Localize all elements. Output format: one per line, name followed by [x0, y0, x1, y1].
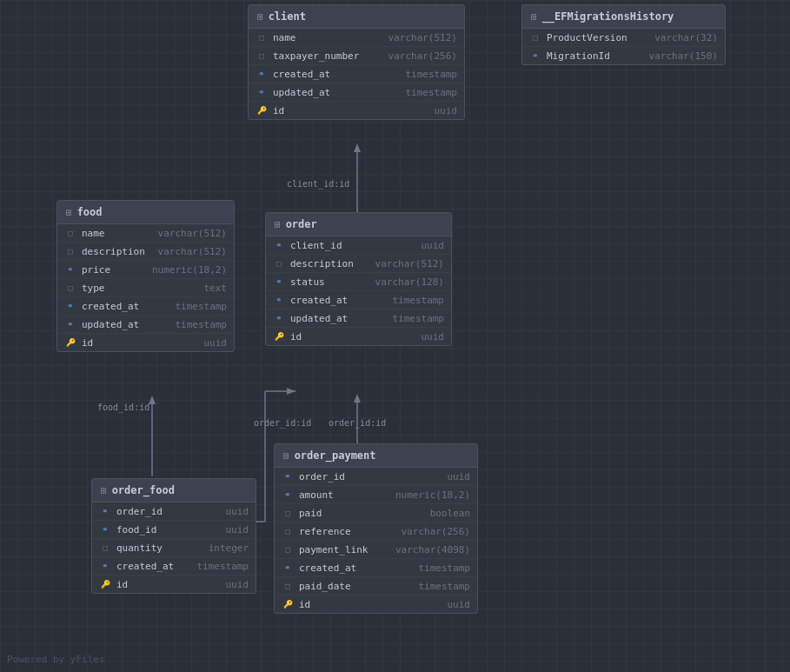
table-order-payment-title: order_payment: [295, 449, 376, 462]
watermark: Powered by yFiles: [7, 654, 105, 665]
field-icon-nullable: □: [282, 507, 294, 519]
table-grid-icon: ⊞: [66, 207, 72, 218]
field-icon-nullable: □: [282, 543, 294, 556]
table-client-title: client: [269, 10, 306, 23]
field-icon-fk: ⚭: [273, 239, 285, 251]
table-food-title: food: [77, 206, 103, 218]
svg-marker-4: [149, 396, 156, 404]
field-icon-pk: 🔑: [99, 578, 111, 590]
table-client: ⊞ client □ name varchar(512) □ taxpayer_…: [248, 4, 465, 120]
table-row: ⚭ created_at timestamp: [92, 557, 256, 576]
field-icon-nullable: □: [282, 580, 294, 592]
table-row: 🔑 id uuid: [275, 595, 477, 613]
svg-text:order_id:id: order_id:id: [329, 418, 386, 429]
table-row: □ payment_link varchar(4098): [275, 541, 477, 559]
field-icon-fk: ⚭: [64, 318, 76, 330]
field-icon-fk: ⚭: [64, 263, 76, 276]
table-row: □ name varchar(512): [249, 29, 464, 47]
table-row: ⚭ updated_at timestamp: [57, 316, 234, 334]
table-order-header: ⊞ order: [266, 213, 451, 236]
table-order-food-title: order_food: [112, 484, 175, 496]
table-ef-header: ⊞ __EFMigrationsHistory: [522, 5, 725, 29]
table-row: 🔑 id uuid: [92, 576, 256, 593]
field-icon-fk: ⚭: [282, 489, 294, 501]
table-row: □ description varchar(512): [266, 255, 451, 273]
table-row: □ paid boolean: [275, 504, 477, 522]
field-icon-pk: 🔑: [64, 336, 76, 349]
svg-text:client_id:id: client_id:id: [287, 179, 349, 190]
svg-text:order_id:id: order_id:id: [254, 418, 311, 429]
table-row: ⚭ status varchar(128): [266, 273, 451, 291]
table-grid-icon: ⊞: [283, 450, 289, 462]
table-row: □ name varchar(512): [57, 224, 234, 243]
table-order-payment-header: ⊞ order_payment: [275, 444, 477, 468]
table-row: □ ProductVersion varchar(32): [522, 29, 725, 47]
table-ef-title: __EFMigrationsHistory: [542, 10, 674, 23]
table-efmigrationshistory: ⊞ __EFMigrationsHistory □ ProductVersion…: [521, 4, 726, 65]
field-icon-nullable: □: [282, 525, 294, 537]
field-icon-fk: ⚭: [273, 276, 285, 288]
field-icon-nullable: □: [64, 227, 76, 239]
field-icon-nullable: □: [64, 282, 76, 294]
field-icon-nullable: □: [64, 245, 76, 257]
field-icon-fk: ⚭: [99, 523, 111, 536]
table-grid-icon: ⊞: [275, 219, 281, 230]
field-icon-fk: ⚭: [282, 470, 294, 482]
table-row: ⚭ updated_at timestamp: [249, 83, 464, 102]
field-icon-fk: ⚭: [273, 312, 285, 324]
field-icon-fk: ⚭: [529, 50, 541, 62]
svg-marker-9: [287, 388, 295, 395]
table-grid-icon: ⊞: [531, 11, 537, 23]
table-row: □ taxpayer_number varchar(256): [249, 47, 464, 65]
field-icon-pk: 🔑: [273, 330, 285, 343]
table-row: □ type text: [57, 279, 234, 297]
field-icon-nullable: □: [99, 542, 111, 554]
table-order-food: ⊞ order_food ⚭ order_id uuid ⚭ food_id u…: [91, 478, 256, 594]
svg-text:food_id:id: food_id:id: [97, 403, 149, 413]
table-food-header: ⊞ food: [57, 201, 234, 224]
table-row: ⚭ food_id uuid: [92, 521, 256, 539]
table-order-title: order: [286, 218, 317, 230]
table-row: 🔑 id uuid: [266, 328, 451, 345]
field-icon-pk: 🔑: [282, 598, 294, 610]
field-icon-fk: ⚭: [64, 300, 76, 312]
table-grid-icon: ⊞: [101, 485, 107, 496]
svg-marker-12: [354, 394, 361, 403]
table-order: ⊞ order ⚭ client_id uuid □ description v…: [265, 212, 452, 346]
table-row: ⚭ created_at timestamp: [249, 65, 464, 83]
table-row: ⚭ created_at timestamp: [266, 291, 451, 309]
table-row: ⚭ created_at timestamp: [57, 297, 234, 316]
field-icon-fk: ⚭: [99, 505, 111, 517]
table-food: ⊞ food □ name varchar(512) □ description…: [56, 200, 235, 352]
field-icon-nullable: □: [256, 31, 268, 43]
field-icon-fk: ⚭: [256, 68, 268, 80]
table-row: □ quantity integer: [92, 539, 256, 557]
table-row: ⚭ MigrationId varchar(150): [522, 47, 725, 64]
table-order-payment: ⊞ order_payment ⚭ order_id uuid ⚭ amount…: [274, 443, 478, 614]
field-icon-fk: ⚭: [99, 560, 111, 572]
field-icon-nullable: □: [273, 257, 285, 269]
table-row: □ paid_date timestamp: [275, 577, 477, 595]
field-icon-fk: ⚭: [256, 86, 268, 98]
table-row: ⚭ updated_at timestamp: [266, 309, 451, 328]
table-row: ⚭ order_id uuid: [92, 502, 256, 521]
field-icon-pk: 🔑: [256, 104, 268, 116]
table-client-header: ⊞ client: [249, 5, 464, 29]
field-icon-fk: ⚭: [282, 562, 294, 574]
table-row: ⚭ created_at timestamp: [275, 559, 477, 577]
table-grid-icon: ⊞: [257, 11, 263, 23]
table-row: ⚭ order_id uuid: [275, 468, 477, 486]
table-order-food-header: ⊞ order_food: [92, 479, 256, 502]
table-row: ⚭ amount numeric(18,2): [275, 486, 477, 504]
table-row: 🔑 id uuid: [249, 102, 464, 119]
table-row: □ reference varchar(256): [275, 522, 477, 541]
table-row: □ description varchar(512): [57, 243, 234, 261]
field-icon-nullable: □: [256, 50, 268, 62]
table-row: 🔑 id uuid: [57, 334, 234, 351]
table-row: ⚭ price numeric(18,2): [57, 261, 234, 279]
field-icon-nullable: □: [529, 31, 541, 43]
field-icon-fk: ⚭: [273, 294, 285, 306]
svg-marker-1: [354, 143, 361, 152]
table-row: ⚭ client_id uuid: [266, 236, 451, 255]
